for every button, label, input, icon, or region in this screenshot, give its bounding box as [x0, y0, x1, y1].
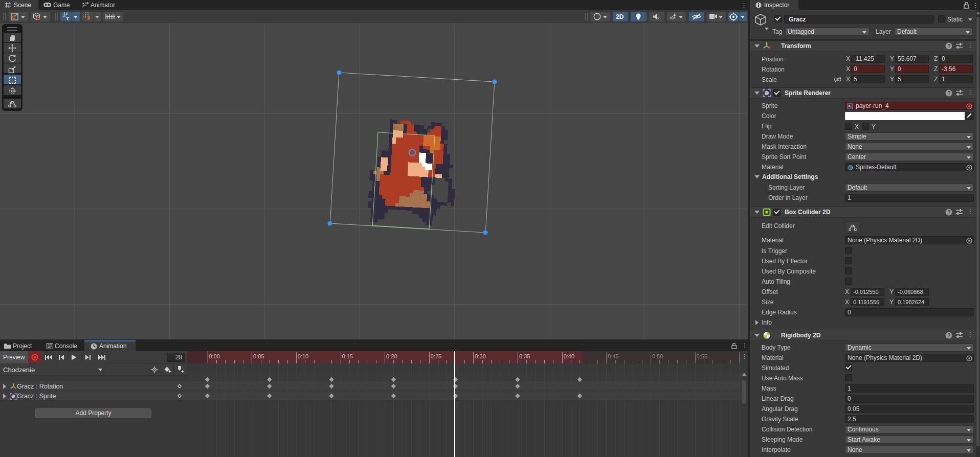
svg-text:?: ?	[948, 210, 951, 215]
svg-text:?: ?	[948, 43, 951, 49]
svg-text:?: ?	[948, 90, 951, 96]
svg-text:?: ?	[948, 333, 951, 338]
